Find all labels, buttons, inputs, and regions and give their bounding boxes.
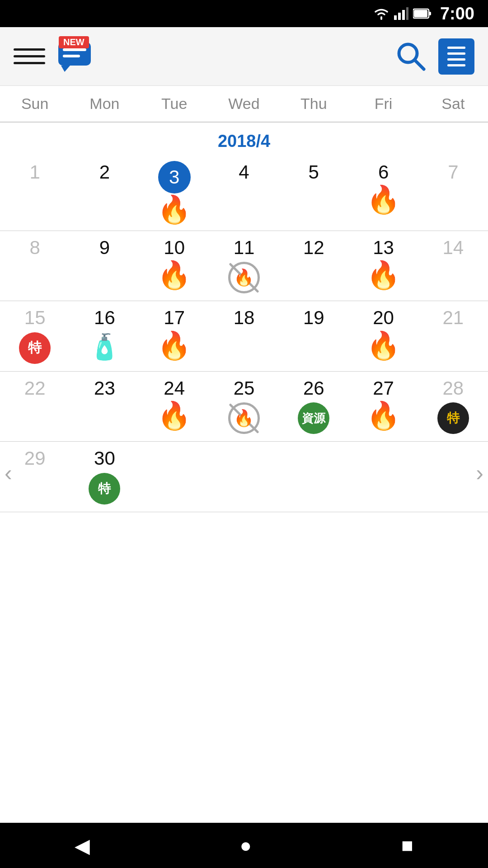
table-row[interactable]: 11 🔥 bbox=[209, 231, 279, 301]
fire-icon: 🔥 bbox=[366, 186, 400, 213]
table-row[interactable]: 14 bbox=[418, 231, 488, 301]
search-button[interactable] bbox=[393, 38, 429, 75]
table-row[interactable]: 28 特 bbox=[418, 372, 488, 441]
table-row[interactable]: 4 bbox=[209, 156, 279, 231]
day-number: 17 bbox=[164, 307, 185, 329]
table-row[interactable]: 12 bbox=[279, 231, 348, 301]
special-green-icon: 特 bbox=[89, 473, 120, 505]
day-number: 5 bbox=[309, 161, 319, 184]
day-number: 14 bbox=[442, 236, 464, 259]
table-row[interactable]: 6 🔥 bbox=[348, 156, 418, 231]
recent-button[interactable]: ■ bbox=[401, 834, 413, 857]
day-of-week-header: Sun Mon Tue Wed Thu Fri Sat bbox=[0, 86, 488, 123]
table-row[interactable]: 21 bbox=[418, 301, 488, 371]
table-row[interactable]: 19 bbox=[279, 301, 348, 371]
day-number: 18 bbox=[234, 307, 255, 329]
fire-icon: 🔥 bbox=[366, 402, 400, 429]
day-number: 20 bbox=[373, 307, 394, 329]
special-dark-icon: 特 bbox=[437, 402, 469, 434]
svg-rect-2 bbox=[402, 10, 405, 20]
signal-icon bbox=[394, 7, 408, 20]
back-button[interactable]: ◀ bbox=[75, 834, 90, 857]
table-row[interactable]: 27 🔥 bbox=[348, 372, 418, 441]
day-number: 6 bbox=[378, 161, 389, 184]
svg-rect-9 bbox=[63, 48, 86, 51]
prev-month-button[interactable]: ‹ bbox=[0, 455, 17, 491]
table-row[interactable]: 13 🔥 bbox=[348, 231, 418, 301]
table-row[interactable]: 10 🔥 bbox=[140, 231, 209, 301]
recycle-icon: 資源 bbox=[298, 402, 329, 434]
table-row[interactable]: 9 bbox=[70, 231, 139, 301]
svg-rect-1 bbox=[398, 13, 401, 20]
list-button[interactable] bbox=[438, 38, 474, 75]
table-row bbox=[140, 442, 209, 511]
bottle-icon: 🧴 bbox=[89, 332, 120, 362]
table-row[interactable]: 30 特 bbox=[70, 442, 139, 511]
fire-icon: 🔥 bbox=[157, 332, 191, 359]
table-row[interactable]: 1 bbox=[0, 156, 70, 231]
table-row[interactable]: 17 🔥 bbox=[140, 301, 209, 371]
home-button[interactable]: ● bbox=[239, 834, 252, 857]
day-number: 23 bbox=[94, 377, 115, 400]
svg-line-12 bbox=[415, 60, 424, 69]
table-row[interactable]: 7 bbox=[418, 156, 488, 231]
status-bar: 7:00 bbox=[0, 0, 488, 27]
table-row[interactable]: 15 特 bbox=[0, 301, 70, 371]
table-row[interactable]: 24 🔥 bbox=[140, 372, 209, 441]
chat-button[interactable]: NEW bbox=[54, 36, 95, 77]
battery-icon bbox=[413, 8, 432, 19]
dow-mon: Mon bbox=[70, 90, 139, 117]
day-number: 26 bbox=[303, 377, 324, 400]
wifi-icon bbox=[373, 7, 389, 20]
table-row[interactable]: 25 🔥 bbox=[209, 372, 279, 441]
svg-rect-6 bbox=[414, 10, 427, 17]
fire-icon: 🔥 bbox=[366, 332, 400, 359]
svg-rect-5 bbox=[429, 12, 431, 15]
dow-sat: Sat bbox=[418, 90, 488, 117]
svg-rect-10 bbox=[63, 55, 80, 57]
table-row[interactable]: 20 🔥 bbox=[348, 301, 418, 371]
day-number: 10 bbox=[164, 236, 185, 259]
bottom-nav: ◀ ● ■ bbox=[0, 823, 488, 868]
svg-marker-8 bbox=[61, 66, 70, 72]
day-number: 16 bbox=[94, 307, 115, 329]
table-row[interactable]: 23 bbox=[70, 372, 139, 441]
table-row[interactable]: 8 bbox=[0, 231, 70, 301]
no-fire-icon: 🔥 bbox=[228, 262, 260, 293]
day-number: 29 bbox=[24, 447, 46, 470]
next-month-button[interactable]: › bbox=[471, 455, 488, 491]
fire-icon: 🔥 bbox=[157, 262, 191, 289]
day-number: 7 bbox=[448, 161, 458, 184]
fire-icon: 🔥 bbox=[157, 196, 191, 223]
table-row[interactable]: 18 bbox=[209, 301, 279, 371]
day-number: 27 bbox=[373, 377, 394, 400]
day-number: 2 bbox=[99, 161, 110, 184]
day-number: 25 bbox=[234, 377, 255, 400]
status-time: 7:00 bbox=[440, 4, 474, 24]
day-number: 1 bbox=[29, 161, 40, 184]
search-icon bbox=[395, 41, 427, 72]
day-number: 8 bbox=[29, 236, 40, 259]
table-row[interactable]: 22 bbox=[0, 372, 70, 441]
table-row[interactable]: 2 bbox=[70, 156, 139, 231]
table-row[interactable]: 26 資源 bbox=[279, 372, 348, 441]
dow-wed: Wed bbox=[209, 90, 279, 117]
menu-button[interactable] bbox=[14, 41, 45, 72]
table-row[interactable]: 3 🔥 bbox=[140, 156, 209, 231]
day-number: 28 bbox=[442, 377, 464, 400]
fire-icon: 🔥 bbox=[366, 262, 400, 289]
day-number: 22 bbox=[24, 377, 46, 400]
dow-thu: Thu bbox=[279, 90, 348, 117]
fire-icon: 🔥 bbox=[157, 402, 191, 429]
month-title[interactable]: 2018/4 bbox=[0, 123, 488, 156]
dow-fri: Fri bbox=[348, 90, 418, 117]
table-row[interactable]: 5 bbox=[279, 156, 348, 231]
calendar-week-2: 8 9 10 🔥 11 🔥 12 13 🔥 bbox=[0, 231, 488, 301]
dow-sun: Sun bbox=[0, 90, 70, 117]
status-icons bbox=[373, 7, 432, 20]
table-row[interactable]: 16 🧴 bbox=[70, 301, 139, 371]
calendar-week-4: 22 23 24 🔥 25 🔥 26 資源 27 🔥 bbox=[0, 372, 488, 442]
svg-rect-3 bbox=[406, 7, 408, 20]
day-number: 4 bbox=[239, 161, 249, 184]
svg-rect-0 bbox=[394, 15, 397, 20]
